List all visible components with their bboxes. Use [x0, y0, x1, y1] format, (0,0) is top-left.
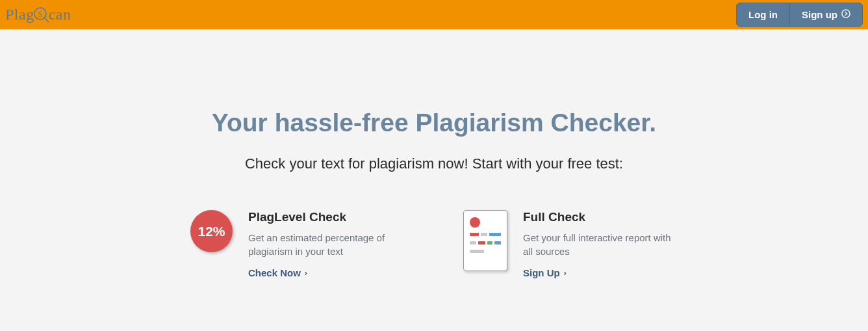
hero-subtitle: Check your text for plagiarism now! Star… — [0, 155, 868, 172]
signup-cta-label: Sign Up — [523, 267, 560, 278]
document-icon — [463, 210, 507, 271]
plaglevel-title: PlagLevel Check — [248, 210, 405, 224]
doc-line — [470, 233, 501, 236]
svg-line-1 — [45, 18, 49, 22]
badge-value: 12% — [198, 224, 225, 239]
option-plaglevel: 12% PlagLevel Check Get an estimated per… — [190, 210, 405, 279]
check-now-button[interactable]: Check Now › — [248, 267, 307, 278]
hero-title: Your hassle-free Plagiarism Checker. — [0, 109, 868, 137]
chevron-right-icon: › — [305, 269, 307, 278]
header-bar: Plag S can Log in Sign up — [0, 0, 868, 29]
check-now-label: Check Now — [248, 267, 301, 278]
magnifier-icon: S — [33, 7, 50, 23]
signup-button[interactable]: Sign up — [790, 3, 862, 26]
signup-label: Sign up — [802, 9, 837, 20]
fullcheck-title: Full Check — [523, 210, 678, 224]
doc-line — [470, 241, 501, 245]
main-content: Your hassle-free Plagiarism Checker. Che… — [0, 29, 868, 279]
doc-line — [470, 250, 501, 253]
plaglevel-badge-icon: 12% — [190, 210, 233, 252]
svg-point-2 — [842, 10, 850, 18]
logo-text-plag: Plag — [5, 6, 34, 23]
option-fullcheck: Full Check Get your full interactive rep… — [463, 210, 678, 279]
logo-text-rest: can — [49, 6, 71, 23]
fullcheck-doc-icon — [463, 210, 507, 271]
options-row: 12% PlagLevel Check Get an estimated per… — [0, 210, 868, 279]
login-button[interactable]: Log in — [737, 3, 790, 26]
logo-s-glyph: S — [38, 8, 43, 18]
login-label: Log in — [748, 9, 778, 20]
doc-red-dot — [470, 217, 480, 228]
fullcheck-body: Full Check Get your full interactive rep… — [523, 210, 678, 279]
signup-cta-button[interactable]: Sign Up › — [523, 267, 567, 278]
arrow-circle-right-icon — [841, 9, 850, 20]
plaglevel-description: Get an estimated percentage of plagiaris… — [248, 231, 405, 258]
chevron-right-icon: › — [564, 269, 567, 278]
percentage-badge: 12% — [190, 210, 233, 252]
logo[interactable]: Plag S can — [5, 6, 71, 23]
auth-buttons: Log in Sign up — [736, 3, 863, 27]
plaglevel-body: PlagLevel Check Get an estimated percent… — [248, 210, 405, 279]
fullcheck-description: Get your full interactive report with al… — [523, 231, 678, 258]
